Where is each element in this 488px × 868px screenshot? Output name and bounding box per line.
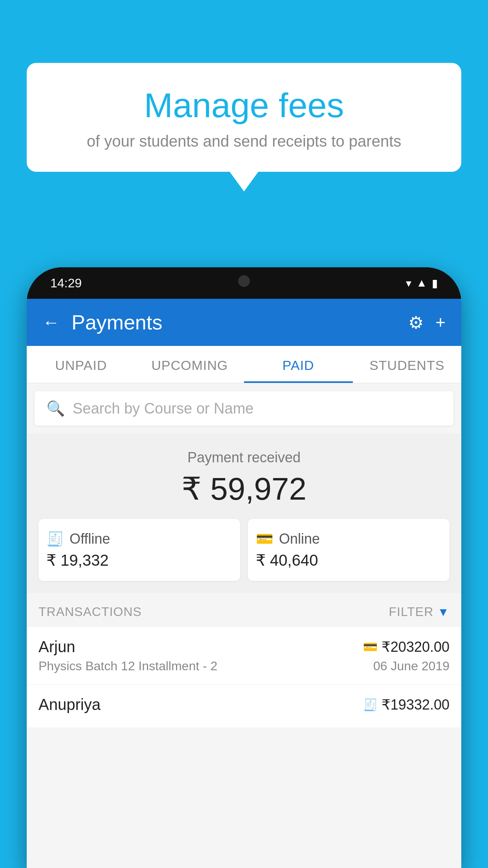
transactions-label: TRANSACTIONS xyxy=(39,605,142,619)
page-title: Payments xyxy=(72,311,396,334)
phone-frame: 14:29 ▾ ▲ ▮ ← Payments ⚙ + UNPAID UPCOMI… xyxy=(27,267,461,868)
tab-students[interactable]: STUDENTS xyxy=(353,346,462,383)
camera-dot xyxy=(238,275,250,287)
status-bar: 14:29 ▾ ▲ ▮ xyxy=(27,267,461,299)
tab-paid[interactable]: PAID xyxy=(244,346,353,383)
transaction-name: Arjun xyxy=(39,638,75,656)
offline-label: Offline xyxy=(70,531,110,547)
search-icon: 🔍 xyxy=(46,400,65,417)
offline-amount: ₹ 19,332 xyxy=(46,551,108,569)
transaction-amount: ₹19332.00 xyxy=(382,697,449,713)
transaction-date: 06 June 2019 xyxy=(373,659,449,673)
payment-amount: ₹ 59,972 xyxy=(35,471,453,507)
filter-icon: ▼ xyxy=(437,605,449,619)
payment-summary: Payment received ₹ 59,972 🧾 Offline ₹ 19… xyxy=(27,434,461,593)
signal-icon: ▲ xyxy=(416,277,427,289)
online-icon: 💳 xyxy=(256,531,273,547)
offline-payment-icon: 🧾 xyxy=(363,698,378,712)
bubble-title: Manage fees xyxy=(46,86,442,125)
wifi-icon: ▾ xyxy=(406,277,411,290)
online-card: 💳 Online ₹ 40,640 xyxy=(248,519,449,581)
online-amount: ₹ 40,640 xyxy=(256,551,318,569)
search-input[interactable]: Search by Course or Name xyxy=(73,400,253,417)
add-icon[interactable]: + xyxy=(435,313,446,332)
transaction-row[interactable]: Arjun 💳 ₹20320.00 Physics Batch 12 Insta… xyxy=(27,627,461,685)
back-button[interactable]: ← xyxy=(42,313,60,332)
transaction-row[interactable]: Anupriya 🧾 ₹19332.00 xyxy=(27,685,461,728)
offline-icon: 🧾 xyxy=(46,531,64,547)
online-payment-icon: 💳 xyxy=(363,640,378,654)
transactions-header: TRANSACTIONS FILTER ▼ xyxy=(27,593,461,627)
filter-button[interactable]: FILTER ▼ xyxy=(389,605,449,619)
app-header: ← Payments ⚙ + xyxy=(27,299,461,346)
status-time: 14:29 xyxy=(50,276,82,291)
transaction-amount: ₹20320.00 xyxy=(382,639,449,655)
transaction-course: Physics Batch 12 Installment - 2 xyxy=(39,659,217,673)
filter-label: FILTER xyxy=(389,605,433,619)
search-bar[interactable]: 🔍 Search by Course or Name xyxy=(35,391,453,426)
tabs: UNPAID UPCOMING PAID STUDENTS xyxy=(27,346,461,383)
app-screen: ← Payments ⚙ + UNPAID UPCOMING PAID STUD… xyxy=(27,299,461,868)
battery-icon: ▮ xyxy=(432,277,438,290)
tab-unpaid[interactable]: UNPAID xyxy=(27,346,136,383)
bubble-subtitle: of your students and send receipts to pa… xyxy=(46,132,442,150)
online-label: Online xyxy=(279,531,320,547)
settings-icon[interactable]: ⚙ xyxy=(408,313,424,333)
payment-received-label: Payment received xyxy=(35,449,453,466)
header-icons: ⚙ + xyxy=(408,313,446,333)
tab-upcoming[interactable]: UPCOMING xyxy=(136,346,244,383)
speech-bubble: Manage fees of your students and send re… xyxy=(27,63,461,172)
transaction-name: Anupriya xyxy=(39,696,101,714)
status-icons: ▾ ▲ ▮ xyxy=(406,277,438,290)
offline-card: 🧾 Offline ₹ 19,332 xyxy=(39,519,240,581)
payment-cards: 🧾 Offline ₹ 19,332 💳 Online ₹ 40,640 xyxy=(39,519,449,581)
